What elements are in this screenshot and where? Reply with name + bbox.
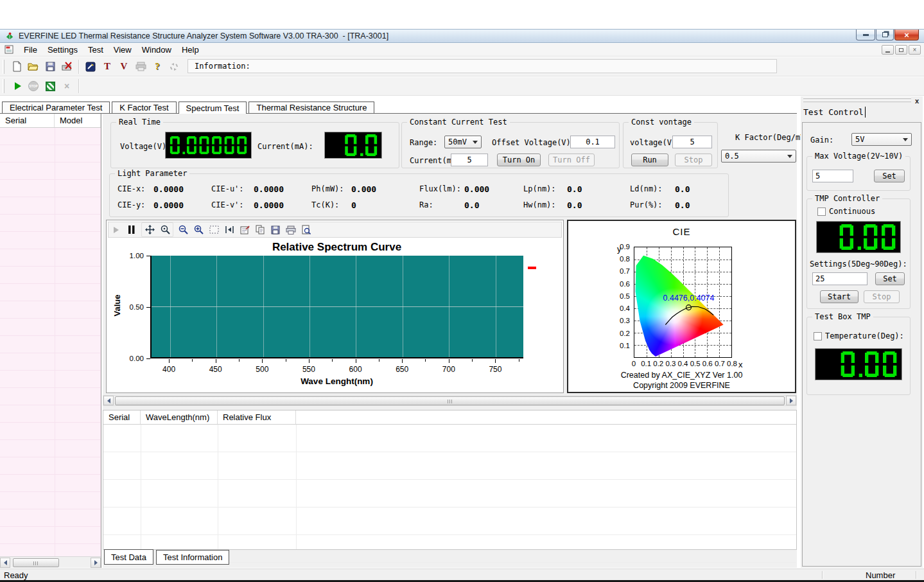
clear-record-icon[interactable] [60, 60, 74, 73]
settings-set-button[interactable]: Set [875, 272, 905, 285]
offset-voltage-input[interactable]: 0.1 [570, 136, 615, 148]
voltage-test-icon[interactable]: V [117, 60, 131, 73]
temperature-checkbox[interactable]: Temperature(Deg): [814, 331, 904, 340]
bottom-tab-row: Test DataTest Information [104, 550, 232, 565]
restore-button[interactable] [876, 30, 894, 40]
continuous-checkbox[interactable]: Continuous [817, 207, 875, 216]
checkbox-box[interactable] [814, 332, 822, 340]
tmp-start-button[interactable]: Start [820, 290, 859, 303]
close-button[interactable]: × [894, 30, 919, 40]
zoom-in-icon[interactable] [191, 224, 205, 236]
save-icon[interactable] [43, 60, 57, 73]
menu-item-file[interactable]: File [19, 45, 42, 55]
param-value-cie-x: 0.0000 [153, 184, 211, 194]
settings-input[interactable]: 25 [812, 272, 867, 285]
range-dropdown[interactable]: 50mV [444, 136, 482, 148]
test-control-tab[interactable]: Test Control [803, 107, 866, 118]
cie-chart-panel: CIE y 0.10.20.30.40.50.60.70.80.9 0.4476… [567, 220, 796, 393]
menu-bar: FileSettingsTestViewWindowHelp × [0, 44, 924, 57]
scroll-right-arrow[interactable] [91, 558, 101, 568]
toolbar-grip[interactable] [3, 79, 4, 93]
scrollbar-thumb[interactable] [13, 558, 59, 567]
x-tick [356, 359, 356, 363]
tmp-display [816, 221, 901, 253]
cv-voltage-input[interactable]: 5 [672, 136, 712, 148]
window-title: EVERFINE LED Thermal Resistance Structur… [19, 31, 388, 40]
main-hscrollbar[interactable] [103, 395, 797, 406]
column-header-model[interactable]: Model [55, 114, 101, 127]
refresh-icon[interactable] [167, 60, 181, 73]
cc-current-input[interactable]: 5 [451, 154, 488, 166]
cv-stop-button[interactable]: Stop [675, 154, 712, 166]
turn-off-button[interactable]: Turn Off [548, 154, 595, 166]
scroll-right-arrow[interactable] [786, 396, 796, 405]
mdi-restore-button[interactable] [895, 45, 907, 55]
left-panel-hscrollbar[interactable] [0, 556, 101, 568]
run-toolbar: STOP × [0, 77, 924, 96]
panel-grip[interactable] [803, 98, 911, 103]
start-run-icon[interactable] [10, 80, 24, 93]
settings-tool-icon[interactable] [83, 60, 98, 73]
column-header-wavelength-nm[interactable]: WaveLength(nm) [141, 410, 218, 424]
new-file-icon[interactable] [10, 60, 24, 73]
tab-spectrum-test[interactable]: Spectrum Test [179, 101, 247, 114]
checkbox-box[interactable] [817, 207, 826, 216]
zoom-out-icon[interactable] [176, 224, 190, 236]
open-file-icon[interactable] [26, 60, 40, 73]
menu-item-help[interactable]: Help [177, 45, 204, 55]
temperature-test-icon[interactable]: T [100, 60, 114, 73]
gain-dropdown[interactable]: 5V [851, 133, 912, 146]
chart-properties-icon[interactable] [238, 224, 252, 236]
run-button[interactable]: Run [631, 154, 668, 166]
chart-play-icon[interactable] [109, 224, 123, 236]
cancel-icon[interactable]: × [60, 80, 74, 93]
save-chart-icon[interactable] [268, 224, 283, 236]
param-value-pur: 0.0 [675, 200, 726, 210]
menu-item-settings[interactable]: Settings [42, 45, 83, 55]
bottom-tab-test-data[interactable]: Test Data [104, 549, 153, 565]
menu-item-view[interactable]: View [109, 45, 137, 55]
copy-chart-icon[interactable] [253, 224, 267, 236]
bottom-tab-test-information[interactable]: Test Information [156, 550, 230, 565]
column-header-relative-flux[interactable]: Relative Flux [218, 410, 296, 424]
wavelength-data-table[interactable]: SerialWaveLength(nm)Relative Flux [103, 410, 797, 550]
excel-export-icon[interactable] [43, 80, 57, 93]
status-text: Ready [4, 570, 28, 580]
status-separator [822, 571, 823, 579]
print-preview-icon[interactable] [299, 224, 313, 236]
toolbar-grip[interactable] [3, 60, 4, 74]
select-region-icon[interactable] [207, 224, 221, 236]
stop-run-icon[interactable]: STOP [26, 80, 40, 93]
x-tick [262, 359, 263, 363]
mdi-minimize-button[interactable] [882, 45, 894, 55]
max-voltage-set-button[interactable]: Set [874, 170, 905, 182]
print-icon[interactable] [134, 60, 148, 73]
tab-thermal-resistance-structure[interactable]: Thermal Resistance Structure [248, 101, 374, 113]
tmp-stop-button[interactable]: Stop [864, 290, 900, 303]
serial-model-body[interactable] [0, 128, 101, 556]
cie-diagram[interactable]: 0.4476,0.4074 [634, 247, 732, 358]
k-factor-dropdown[interactable]: 0.5 [721, 150, 796, 163]
scrollbar-thumb[interactable] [115, 396, 785, 405]
chart-pause-icon[interactable] [125, 224, 139, 236]
menu-item-test[interactable]: Test [83, 45, 109, 55]
column-header-serial[interactable]: Serial [0, 114, 55, 127]
mdi-close-button[interactable]: × [909, 45, 921, 55]
application-window: EVERFINE LED Thermal Resistance Structur… [0, 0, 924, 582]
minimize-button[interactable] [856, 30, 875, 40]
fit-axis-icon[interactable] [222, 224, 236, 236]
spectrum-plot[interactable] [150, 256, 523, 358]
tab-k-factor-test[interactable]: K Factor Test [112, 101, 176, 113]
print-chart-icon[interactable] [284, 224, 298, 236]
max-voltage-input[interactable]: 5 [812, 170, 853, 182]
scroll-left-arrow[interactable] [0, 558, 10, 568]
help-icon[interactable]: ? [150, 60, 164, 73]
tab-electrical-parameter-test[interactable]: Electrical Parameter Test [2, 101, 110, 113]
column-header-serial[interactable]: Serial [103, 410, 141, 424]
menu-item-window[interactable]: Window [137, 45, 177, 55]
turn-on-button[interactable]: Turn On [497, 154, 541, 166]
zoom-reset-icon[interactable] [158, 224, 172, 236]
panel-close-icon[interactable]: x [912, 96, 921, 105]
pan-icon[interactable] [143, 224, 157, 236]
scroll-left-arrow[interactable] [103, 396, 114, 405]
